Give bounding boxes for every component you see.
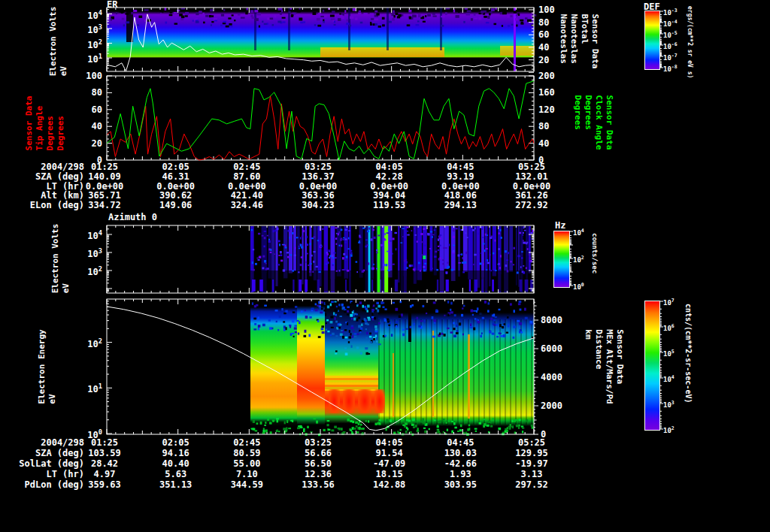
panel1-title: ER (107, 0, 117, 9)
flux-colorbar-unit: cnts/(cm**2-sr-sec-eV) (684, 304, 693, 403)
hz-colorbar-unit: counts/sec (591, 233, 599, 274)
panel3-title: Azimuth 0 (108, 213, 157, 222)
axes-overlay (0, 0, 770, 532)
def-colorbar-unit: ergs/(cm**2 sr eV s) (687, 6, 693, 78)
def-colorbar-title: DEF (644, 2, 660, 11)
hz-colorbar-title: Hz (555, 221, 565, 230)
plot-root: 10-310-410-510-610-710-81041021001071061… (0, 0, 770, 532)
